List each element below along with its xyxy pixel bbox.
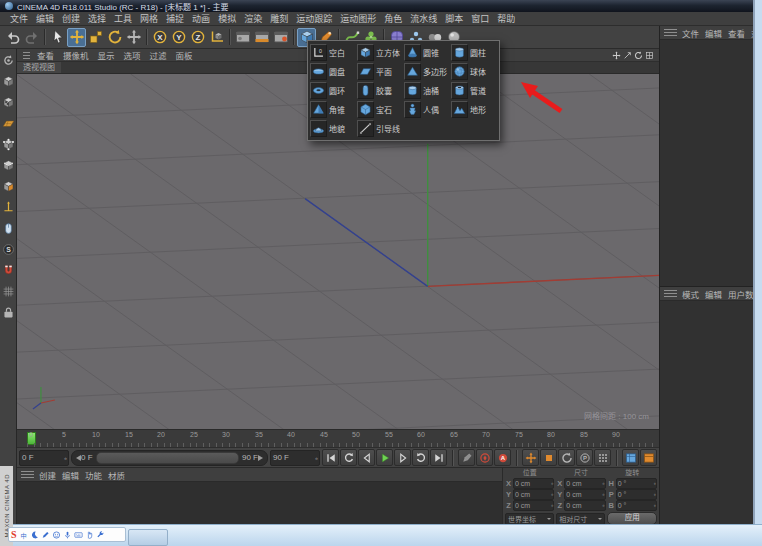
material-panel-menu-icon[interactable]	[21, 471, 34, 478]
menu-pipeline[interactable]: 流水线	[406, 12, 441, 25]
live-selection-button[interactable]	[48, 28, 67, 47]
primitive-plane[interactable]: 平面	[357, 62, 402, 81]
timeline-ruler[interactable]: 0 5 10 15 20 25 30 35 40 45 50 55 60 65	[17, 429, 659, 447]
primitive-cube[interactable]: 立方体	[357, 43, 402, 62]
render-settings-button[interactable]	[252, 28, 271, 47]
primitive-oil-tank[interactable]: 油桶	[404, 81, 449, 100]
view-pan-button[interactable]	[611, 50, 622, 61]
menu-mesh[interactable]: 网格	[136, 12, 162, 25]
menu-character[interactable]: 角色	[380, 12, 406, 25]
menu-window[interactable]: 窗口	[467, 12, 493, 25]
rotation-b-field[interactable]: 0 °‹›	[616, 500, 657, 511]
view-toggle-button[interactable]	[644, 50, 655, 61]
menu-edit[interactable]: 编辑	[32, 12, 58, 25]
vp-menu-cameras[interactable]: 摄像机	[59, 49, 93, 61]
key-pla-button[interactable]	[594, 449, 611, 466]
title-bar[interactable]: CINEMA 4D R18.011 Studio (RC - R18) - [未…	[0, 0, 753, 12]
key-parameter-button[interactable]: P	[576, 449, 593, 466]
mat-menu-function[interactable]: 功能	[82, 469, 105, 481]
om-menu-objects[interactable]: 对象	[748, 27, 753, 39]
size-z-field[interactable]: 0 cm‹›	[564, 500, 605, 511]
rotation-p-field[interactable]: 0 °‹›	[616, 489, 657, 500]
render-view-button[interactable]	[233, 28, 252, 47]
emoji-button[interactable]	[51, 529, 62, 540]
wrench-button[interactable]	[95, 529, 106, 540]
primitive-polygon[interactable]: 多边形	[404, 62, 449, 81]
key-position-button[interactable]	[522, 449, 539, 466]
mic-button[interactable]	[62, 529, 73, 540]
position-y-field[interactable]: 0 cm‹›	[513, 489, 554, 500]
menu-sculpt[interactable]: 雕刻	[266, 12, 292, 25]
workplane-lock-button[interactable]	[1, 303, 16, 322]
current-frame-field[interactable]: 0 F‹›	[19, 450, 69, 466]
timeline-layout-button[interactable]	[640, 449, 657, 466]
mat-menu-create[interactable]: 创建	[36, 469, 59, 481]
vp-menu-view[interactable]: 查看	[33, 49, 58, 61]
end-frame-field[interactable]: 90 F‹›	[270, 450, 320, 466]
menu-animate[interactable]: 动画	[188, 12, 214, 25]
primitive-capsule[interactable]: 胶囊	[357, 81, 402, 100]
move-button[interactable]	[67, 28, 86, 47]
record-active-objects-button[interactable]	[476, 449, 493, 466]
snap-settings-button[interactable]: S	[1, 240, 16, 259]
om-menu-file[interactable]: 文件	[679, 27, 702, 39]
workplane-mode-button[interactable]	[1, 114, 16, 133]
attribute-area[interactable]	[660, 301, 753, 524]
viewport-snap-button[interactable]	[1, 219, 16, 238]
size-y-field[interactable]: 0 cm‹›	[564, 489, 605, 500]
scale-button[interactable]	[86, 28, 105, 47]
goto-end-button[interactable]	[430, 449, 447, 466]
mat-menu-material[interactable]: 材质	[105, 469, 128, 481]
pen-button[interactable]	[40, 529, 51, 540]
coord-system-select[interactable]: 世界坐标	[505, 513, 554, 525]
goto-start-button[interactable]	[322, 449, 339, 466]
rotate-button[interactable]	[105, 28, 124, 47]
magnet-button[interactable]	[1, 261, 16, 280]
polygons-mode-button[interactable]	[1, 177, 16, 196]
attribute-panel-menu-icon[interactable]	[664, 290, 677, 297]
position-x-field[interactable]: 0 cm‹›	[513, 478, 554, 489]
render-queue-button[interactable]	[271, 28, 290, 47]
menu-motion-tracker[interactable]: 运动跟踪	[292, 12, 336, 25]
vp-menu-filter[interactable]: 过滤	[146, 49, 171, 61]
timeline-range-slider[interactable]: 0 F 90 F	[71, 450, 268, 466]
axis-mode-button[interactable]	[1, 198, 16, 217]
axis-x-button[interactable]: X	[150, 28, 169, 47]
primitive-cylinder[interactable]: 圆柱	[451, 43, 496, 62]
primitive-null[interactable]: 0 空白	[310, 43, 355, 62]
moon-button[interactable]	[29, 529, 40, 540]
axis-z-button[interactable]: Z	[188, 28, 207, 47]
last-tool-button[interactable]	[124, 28, 143, 47]
edges-mode-button[interactable]	[1, 156, 16, 175]
object-list[interactable]	[660, 40, 753, 287]
play-forward-button[interactable]	[376, 449, 393, 466]
menu-help[interactable]: 帮助	[493, 12, 519, 25]
menu-file[interactable]: 文件	[6, 12, 32, 25]
am-menu-userdata[interactable]: 用户数据	[725, 288, 753, 300]
sogou-logo[interactable]: S	[11, 529, 17, 540]
redo-button[interactable]	[22, 28, 41, 47]
vp-menu-options[interactable]: 选项	[120, 49, 145, 61]
menu-mograph[interactable]: 运动图形	[336, 12, 380, 25]
previous-frame-button[interactable]	[358, 449, 375, 466]
axis-y-button[interactable]: Y	[169, 28, 188, 47]
menu-tools[interactable]: 工具	[110, 12, 136, 25]
om-menu-edit[interactable]: 编辑	[702, 27, 725, 39]
size-mode-select[interactable]: 相对尺寸	[556, 513, 605, 525]
make-editable-button[interactable]	[1, 51, 16, 70]
model-mode-button[interactable]	[1, 72, 16, 91]
primitive-disc[interactable]: 圆盘	[310, 62, 355, 81]
coordinate-system-button[interactable]	[207, 28, 226, 47]
hand-button[interactable]	[84, 529, 95, 540]
primitive-tube[interactable]: 管道	[451, 81, 496, 100]
range-bar[interactable]	[96, 452, 239, 464]
primitive-figure[interactable]: 人偶	[404, 100, 449, 119]
primitive-pyramid[interactable]: 角锥	[310, 100, 355, 119]
primitive-landscape[interactable]: 地形	[451, 100, 496, 119]
rotation-h-field[interactable]: 0 °‹›	[616, 478, 657, 489]
key-rotation-button[interactable]	[558, 449, 575, 466]
view-zoom-button[interactable]	[622, 50, 633, 61]
vp-menu-panel[interactable]: 面板	[172, 49, 197, 61]
quantize-button[interactable]	[1, 282, 16, 301]
keyframe-selection-button[interactable]	[458, 449, 475, 466]
